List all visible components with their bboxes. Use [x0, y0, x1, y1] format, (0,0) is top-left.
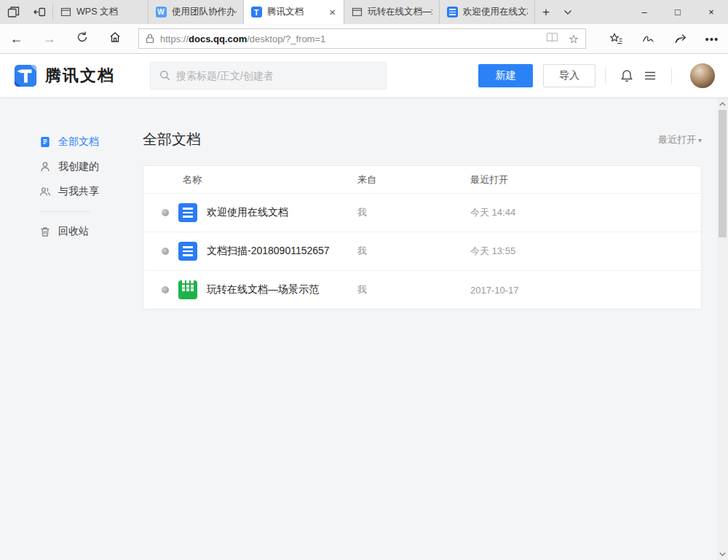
import-button[interactable]: 导入 [543, 64, 596, 87]
tabs-set-aside-list-icon[interactable] [0, 0, 26, 24]
more-menu-icon[interactable]: ••• [696, 33, 728, 45]
home-button[interactable] [98, 31, 131, 47]
refresh-button[interactable] [66, 31, 98, 47]
trash-icon [39, 226, 51, 237]
sidebar: 全部文档 我创建的 与我共享 回收站 [0, 98, 143, 560]
owner-cell: 我 [357, 245, 470, 258]
all-docs-icon [39, 136, 51, 148]
brand-title: 腾讯文档 [45, 65, 115, 87]
browser-actions: ••• [600, 32, 728, 46]
page-title: 全部文档 [143, 130, 201, 149]
notifications-bell-icon[interactable] [615, 68, 638, 83]
scroll-up-arrow-icon[interactable] [717, 98, 728, 109]
back-button[interactable]: ← [0, 31, 33, 47]
scroll-down-arrow-icon[interactable] [717, 548, 728, 559]
header-actions: 新建 导入 [478, 63, 715, 88]
search-input[interactable] [176, 70, 377, 82]
column-header-opened: 最近打开 [470, 173, 701, 186]
doc-favicon-icon [446, 7, 458, 18]
opened-cell: 今天 14:44 [470, 206, 701, 219]
browser-tab-bar: WPS 文档 W 使用团队协作办公 T 腾讯文档 × 玩转在线文档—场景示范 欢… [0, 0, 728, 24]
tab-title: WPS 文档 [76, 6, 141, 18]
maximize-button[interactable]: □ [661, 0, 695, 24]
sort-dropdown[interactable]: 最近打开▾ [658, 133, 702, 146]
lock-icon [146, 33, 154, 44]
scrollbar-track[interactable] [717, 98, 728, 560]
document-name[interactable]: 欢迎使用在线文档 [207, 206, 288, 219]
sidebar-item-label: 与我共享 [58, 185, 99, 198]
tab-wps-docs[interactable]: WPS 文档 [53, 0, 149, 24]
name-cell: 欢迎使用在线文档 [143, 203, 357, 222]
menu-hamburger-icon[interactable] [638, 68, 662, 83]
name-cell: 玩转在线文档—场景示范 [143, 280, 357, 299]
set-tabs-aside-icon[interactable] [26, 0, 52, 24]
minimize-button[interactable]: – [628, 0, 661, 24]
table-row[interactable]: 文档扫描-20180901152657 我 今天 13:55 [143, 232, 701, 270]
sidebar-item-trash[interactable]: 回收站 [39, 219, 143, 244]
search-icon [159, 70, 170, 81]
owner-cell: 我 [357, 283, 470, 296]
share-icon[interactable] [664, 32, 696, 46]
sort-label: 最近打开 [658, 134, 696, 145]
new-tab-button[interactable]: + [535, 0, 557, 24]
search-box [150, 62, 387, 90]
recent-dot-icon [162, 286, 169, 293]
tab-team-collab[interactable]: W 使用团队协作办公 [149, 0, 244, 24]
sidebar-item-shared-with-me[interactable]: 与我共享 [39, 179, 143, 204]
reading-view-icon[interactable] [546, 32, 558, 46]
column-header-owner: 来自 [357, 173, 470, 186]
url-text: https://docs.qq.com/desktop/?_from=1 [160, 33, 540, 44]
sidebar-item-label: 我创建的 [58, 160, 99, 173]
tab-welcome-doc[interactable]: 欢迎使用在线文档 [440, 0, 535, 24]
add-favorite-star-icon[interactable]: ☆ [569, 32, 579, 46]
doc-file-icon [178, 203, 197, 222]
table-row[interactable]: 欢迎使用在线文档 我 今天 14:44 [143, 193, 701, 232]
url-scheme: https:// [160, 33, 189, 44]
tab-title: 腾讯文档 [267, 6, 323, 18]
owner-cell: 我 [357, 206, 470, 219]
document-name[interactable]: 文档扫描-20180901152657 [207, 245, 330, 258]
url-path: /desktop/?_from=1 [247, 33, 325, 44]
recent-dot-icon [162, 248, 169, 255]
forward-button[interactable]: → [33, 31, 66, 47]
table-header: 名称 来自 最近打开 [143, 166, 701, 193]
tencent-docs-favicon-icon: T [250, 7, 262, 18]
sidebar-divider [39, 211, 90, 212]
sidebar-item-label: 回收站 [58, 225, 89, 238]
name-cell: 文档扫描-20180901152657 [143, 242, 357, 261]
new-document-button[interactable]: 新建 [478, 64, 533, 87]
address-bar: ← → https://docs.qq.com/desktop/?_from=1… [0, 24, 728, 54]
close-button[interactable]: × [695, 0, 728, 24]
url-tools: ☆ [546, 32, 579, 46]
main-content: 全部文档 最近打开▾ 名称 来自 最近打开 欢迎使用在线文档 我 今天 14: [143, 98, 728, 560]
tab-title: 玩转在线文档—场景示范 [368, 6, 432, 18]
tab-title: 欢迎使用在线文档 [463, 6, 528, 18]
people-icon [39, 186, 51, 197]
opened-cell: 今天 13:55 [470, 245, 701, 258]
scrollbar-thumb[interactable] [719, 110, 727, 237]
document-name[interactable]: 玩转在线文档—场景示范 [207, 283, 319, 296]
url-field[interactable]: https://docs.qq.com/desktop/?_from=1 ☆ [138, 28, 586, 49]
sheet-file-icon [178, 280, 197, 299]
site-header: 腾讯文档 新建 导入 [0, 54, 728, 98]
page-favicon-icon [60, 7, 71, 18]
table-row[interactable]: 玩转在线文档—场景示范 我 2017-10-17 [143, 270, 701, 309]
sidebar-item-created-by-me[interactable]: 我创建的 [39, 154, 143, 179]
hub-favorites-icon[interactable] [600, 32, 632, 46]
wps-w-favicon-icon: W [155, 7, 167, 18]
tab-dropdown-chevron-icon[interactable] [557, 0, 579, 24]
web-note-pen-icon[interactable] [632, 32, 664, 46]
browser-window: WPS 文档 W 使用团队协作办公 T 腾讯文档 × 玩转在线文档—场景示范 欢… [0, 0, 728, 560]
person-icon [39, 161, 51, 173]
user-avatar[interactable] [690, 63, 715, 88]
doc-file-icon [178, 242, 197, 261]
main-header: 全部文档 最近打开▾ [143, 130, 702, 149]
tab-sheet-demo[interactable]: 玩转在线文档—场景示范 [344, 0, 440, 24]
sidebar-item-all-docs[interactable]: 全部文档 [39, 130, 143, 154]
sidebar-item-label: 全部文档 [58, 135, 99, 149]
tab-title: 使用团队协作办公 [172, 6, 237, 18]
tab-close-icon[interactable]: × [328, 7, 337, 17]
tab-tencent-docs-active[interactable]: T 腾讯文档 × [244, 0, 344, 24]
chevron-down-icon: ▾ [698, 136, 702, 144]
page-body: 全部文档 我创建的 与我共享 回收站 全部文档 最近打开▾ [0, 98, 728, 560]
